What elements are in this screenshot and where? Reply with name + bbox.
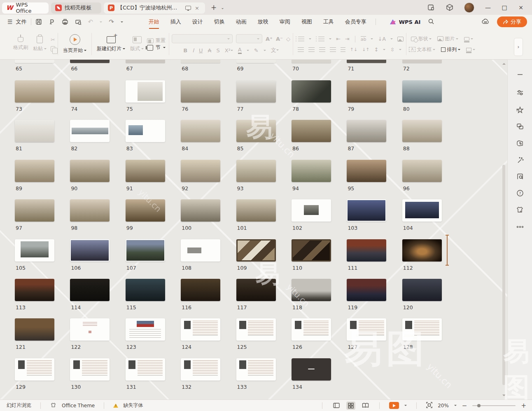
slide-thumbnail[interactable] — [70, 318, 110, 341]
slide-thumbnail[interactable] — [292, 279, 331, 301]
skin-theme-icon[interactable] — [515, 205, 525, 215]
magic-wand-icon[interactable] — [515, 155, 525, 165]
cloud-sync-icon[interactable] — [481, 18, 490, 26]
missing-fonts-label[interactable]: 缺失字体 — [123, 402, 143, 409]
slide-thumbnail[interactable] — [70, 120, 110, 142]
slide-thumbnail[interactable] — [181, 279, 220, 301]
zoom-slider[interactable] — [472, 405, 516, 406]
slide-thumbnail[interactable] — [402, 60, 442, 63]
more-options-icon[interactable] — [515, 222, 525, 232]
devices-icon[interactable] — [428, 4, 435, 11]
slide-thumbnail[interactable] — [292, 199, 331, 222]
slide-thumbnail[interactable] — [402, 160, 442, 182]
slide-thumbnail[interactable] — [292, 358, 331, 381]
print-icon[interactable] — [62, 19, 68, 25]
slide-thumbnail[interactable] — [292, 80, 331, 103]
effects-star-icon[interactable] — [515, 105, 525, 115]
wps-ai-button[interactable]: WPS AI — [390, 19, 421, 25]
search-icon[interactable] — [428, 18, 434, 26]
slide-thumbnail[interactable] — [347, 120, 386, 142]
slide-thumbnail[interactable] — [15, 279, 54, 301]
slide-thumbnail[interactable] — [402, 120, 442, 142]
slide-thumbnail[interactable] — [15, 60, 54, 63]
tab-home[interactable]: 开始 — [149, 18, 159, 26]
slide-thumbnail[interactable] — [126, 120, 165, 142]
slide-thumbnail[interactable] — [402, 239, 442, 262]
slide-thumbnail[interactable] — [70, 358, 110, 381]
cube-icon[interactable] — [446, 4, 453, 11]
print-preview-icon[interactable] — [75, 19, 82, 25]
minimize-button[interactable]: — — [485, 4, 491, 11]
start-from-current-slide-button[interactable]: 当页开始 — [61, 33, 89, 56]
properties-sliders-icon[interactable] — [515, 88, 525, 98]
slide-thumbnail[interactable] — [15, 358, 54, 381]
slide-thumbnail[interactable] — [181, 318, 220, 341]
slide-thumbnail[interactable] — [181, 358, 220, 381]
collapse-panel-icon[interactable] — [515, 70, 525, 79]
close-button[interactable]: × — [518, 4, 524, 11]
tab-view[interactable]: 视图 — [301, 18, 312, 26]
reading-view-button[interactable] — [361, 402, 370, 410]
slide-thumbnail[interactable] — [15, 160, 54, 182]
slide-thumbnail[interactable] — [347, 318, 386, 341]
slide-thumbnail[interactable] — [292, 60, 331, 63]
slide-thumbnail[interactable] — [126, 80, 165, 103]
slide-thumbnail[interactable] — [15, 80, 54, 103]
slide-thumbnail[interactable] — [181, 160, 220, 182]
slide-thumbnail[interactable] — [126, 160, 165, 182]
tab-list-chevron-icon[interactable]: ⌄ — [221, 5, 224, 10]
zoom-slider-thumb[interactable] — [477, 404, 481, 407]
slide-thumbnail[interactable] — [402, 318, 442, 341]
tab-wps-office[interactable]: W WPS Office — [2, 2, 49, 14]
slide-thumbnail[interactable] — [236, 60, 276, 63]
save-icon[interactable] — [35, 19, 42, 25]
find-document-icon[interactable] — [515, 172, 525, 182]
slide-thumbnail[interactable] — [70, 80, 110, 103]
slide-thumbnail[interactable] — [402, 80, 442, 103]
tab-docer-templates[interactable]: 找稻壳模板 — [51, 2, 101, 14]
slide-thumbnail[interactable] — [347, 160, 386, 182]
slide-thumbnail[interactable] — [236, 120, 276, 142]
slide-thumbnail[interactable] — [292, 239, 331, 262]
slide-thumbnail[interactable] — [70, 279, 110, 301]
tab-document[interactable]: P 【CCD】宁波绿地杭州湾酒店 × — [104, 2, 205, 14]
slide-thumbnail[interactable] — [236, 358, 276, 381]
arrange-button[interactable]: 排列 — [441, 46, 460, 53]
maximize-button[interactable]: □ — [502, 4, 507, 11]
tab-tools[interactable]: 工具 — [323, 18, 334, 26]
normal-view-button[interactable] — [332, 402, 341, 410]
slide-thumbnail[interactable] — [402, 279, 442, 301]
slide-thumbnail[interactable] — [236, 279, 276, 301]
docer-resource-icon[interactable] — [515, 138, 525, 148]
switch-windows-icon[interactable] — [515, 121, 525, 131]
slide-thumbnail[interactable] — [347, 239, 386, 262]
scroll-up-icon[interactable] — [502, 61, 506, 65]
tab-design[interactable]: 设计 — [192, 18, 203, 26]
slide-thumbnail[interactable] — [347, 199, 386, 222]
slide-thumbnail[interactable] — [347, 60, 386, 63]
quick-access-chevron-icon[interactable] — [121, 21, 123, 24]
slide-thumbnail[interactable] — [347, 279, 386, 301]
file-menu[interactable]: 文件 — [16, 18, 27, 26]
hamburger-icon[interactable]: ☰ — [7, 19, 13, 25]
tab-insert[interactable]: 插入 — [170, 18, 181, 26]
slide-thumbnail[interactable] — [15, 120, 54, 142]
zoom-level[interactable]: 20% — [438, 403, 449, 409]
tab-member[interactable]: 会员专享 — [345, 18, 366, 26]
slide-thumbnail[interactable] — [181, 60, 220, 63]
slide-thumbnail[interactable] — [70, 160, 110, 182]
slide-thumbnail[interactable] — [126, 358, 165, 381]
slide-thumbnail[interactable] — [236, 239, 276, 262]
section-button[interactable]: 节 — [147, 44, 166, 51]
help-icon[interactable]: ? — [515, 188, 525, 198]
slide-thumbnail[interactable] — [236, 318, 276, 341]
play-options-chevron-icon[interactable] — [404, 405, 407, 407]
slide-thumbnail[interactable] — [292, 120, 331, 142]
tab-transition[interactable]: 切换 — [214, 18, 225, 26]
ribbon-expand-button[interactable]: › — [514, 38, 523, 56]
slide-thumbnail[interactable] — [126, 318, 165, 341]
play-slideshow-button[interactable] — [389, 402, 399, 409]
slide-thumbnail[interactable] — [181, 199, 220, 222]
slide-thumbnail[interactable] — [236, 199, 276, 222]
slide-thumbnail[interactable] — [126, 60, 165, 63]
